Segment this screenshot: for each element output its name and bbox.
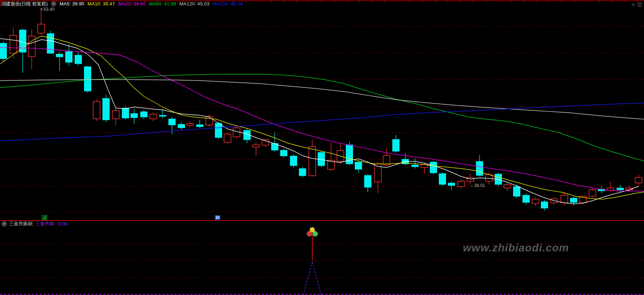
candle — [0, 43, 7, 59]
candle — [215, 123, 222, 138]
candle — [224, 134, 231, 142]
candle — [281, 150, 287, 156]
signal-ball — [313, 231, 318, 236]
ma10-readout: MA10: 39.47 — [88, 1, 115, 6]
candle — [635, 178, 642, 183]
candle — [523, 195, 530, 202]
stock-chart-window: 润建股份(日线 前复权) MA5: 39.90 MA10: 39.47 MA20… — [0, 0, 644, 295]
event-badge-reduce[interactable]: 减 — [42, 215, 47, 220]
candle — [262, 140, 269, 145]
low-arrow-icon: ← — [470, 183, 474, 188]
candle — [93, 102, 100, 119]
candle — [365, 175, 371, 187]
candle — [187, 124, 194, 125]
candle — [439, 174, 446, 184]
candle — [589, 190, 596, 196]
candle — [476, 161, 483, 175]
candle — [561, 195, 568, 203]
candle — [355, 162, 362, 169]
stock-title: 润建股份(日线 前复权) — [1, 1, 48, 7]
signal-ball — [307, 231, 312, 236]
chevron-down-icon[interactable] — [51, 1, 56, 6]
candles-layer — [0, 8, 642, 211]
candle — [570, 198, 577, 202]
candle — [383, 156, 390, 165]
ma120-readout: MA120: 45.03 — [180, 1, 209, 6]
watermark: www.zhibiaodi.com — [463, 242, 569, 254]
candle — [541, 202, 548, 208]
candle — [299, 169, 306, 176]
candle — [412, 165, 419, 167]
candle — [486, 175, 493, 181]
subchart-header: 三金共振副 三金共振: 0.00 — [1, 221, 67, 227]
ma5-readout: MA5: 39.90 — [59, 1, 84, 6]
candle — [309, 147, 316, 176]
candle — [159, 115, 166, 116]
candle — [122, 108, 129, 118]
candle — [532, 199, 539, 204]
chart-header: 润建股份(日线 前复权) MA5: 39.90 MA10: 39.47 MA20… — [1, 1, 243, 7]
candle — [169, 119, 176, 125]
candle — [75, 55, 82, 64]
candle — [113, 111, 119, 119]
low-price-value: 38.01 — [474, 183, 485, 188]
candle — [504, 185, 511, 188]
indicator-label: 三金共振: — [35, 220, 56, 227]
candle — [66, 52, 72, 62]
candle — [103, 98, 110, 120]
candle — [607, 188, 614, 190]
candle — [56, 54, 63, 57]
high-price-value: 53.40 — [44, 7, 54, 12]
ma250-readout: MA250: 46.26 — [213, 1, 243, 6]
candle — [28, 36, 35, 57]
indicator-value: 0.00 — [58, 221, 67, 227]
candle — [253, 145, 260, 147]
window-controls: ◇ ◫ — [632, 1, 642, 7]
candle — [84, 67, 91, 91]
candle — [47, 33, 54, 53]
candle — [448, 183, 455, 186]
low-price-label: ←38.01 — [470, 183, 485, 188]
candle — [197, 125, 203, 127]
split-view-icon[interactable]: ◫ — [638, 1, 642, 7]
candle — [141, 112, 147, 117]
candle — [178, 124, 185, 128]
event-badge-finance[interactable]: 财 — [215, 215, 220, 220]
ma20-readout: MA20: 39.60 — [118, 1, 146, 6]
candle — [233, 128, 240, 137]
candle — [458, 181, 465, 187]
candle — [19, 30, 26, 52]
candle — [393, 139, 400, 151]
candle — [150, 114, 157, 119]
candle — [206, 116, 213, 125]
candle — [617, 188, 624, 190]
high-price-label: ↖53.40 — [40, 7, 54, 12]
candle — [38, 24, 45, 33]
candle — [131, 113, 138, 118]
ma-line-ma5 — [0, 39, 639, 204]
high-arrow-icon: ↖ — [40, 7, 44, 12]
subchart-title[interactable]: 三金共振副 — [9, 220, 32, 227]
signal-layer — [303, 227, 321, 295]
chevron-down-icon[interactable] — [1, 221, 7, 227]
ma60-readout: MA60: 41.99 — [149, 1, 176, 6]
candle — [10, 35, 17, 53]
candle — [430, 162, 437, 173]
candle — [290, 156, 297, 166]
diamond-icon[interactable]: ◇ — [632, 1, 635, 7]
candle — [513, 187, 520, 196]
